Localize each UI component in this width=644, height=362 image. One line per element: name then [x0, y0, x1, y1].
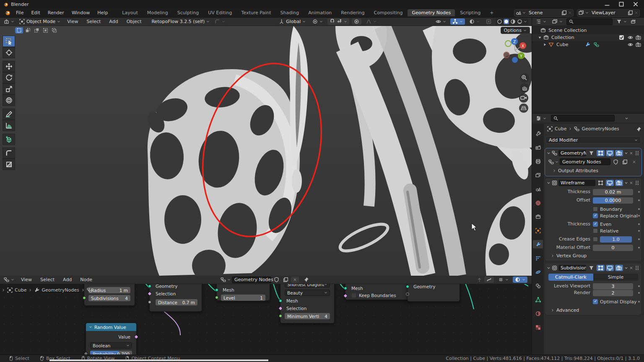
mesh-socket[interactable]: [344, 287, 347, 290]
outliner-filter-button[interactable]: [614, 18, 629, 25]
on-cage-toggle[interactable]: [587, 150, 595, 156]
object-visibility[interactable]: [434, 18, 448, 25]
geometry-socket[interactable]: [406, 285, 409, 288]
fake-user-toggle[interactable]: [612, 159, 620, 165]
properties-tab-physics[interactable]: [533, 268, 543, 276]
overlays-toggle[interactable]: [467, 18, 482, 25]
geometry-node-editor[interactable]: Radius1 m Subdivisions4 Geometry Selecti…: [0, 276, 532, 354]
active-tool-selector[interactable]: RetopoFlow 3.2.5 (self): [149, 18, 212, 25]
animate-dot[interactable]: [638, 223, 640, 225]
new-node-group-button[interactable]: [621, 159, 629, 165]
properties-tab-object[interactable]: [533, 226, 543, 235]
properties-tab-texture[interactable]: [533, 323, 543, 331]
render-toggle[interactable]: [615, 150, 623, 156]
hide-viewport-icon[interactable]: [628, 35, 633, 40]
menu-edit[interactable]: Edit: [27, 10, 44, 16]
tool-fallback-selector[interactable]: [213, 18, 227, 25]
collapse-icon[interactable]: [547, 265, 551, 271]
breadcrumb-object[interactable]: Cube: [555, 126, 566, 132]
breadcrumb-modifier[interactable]: GeometryNodes: [582, 126, 619, 132]
properties-tab-view-layer[interactable]: [533, 171, 543, 179]
outliner-row-cube[interactable]: Cube: [532, 41, 644, 48]
realtime-toggle[interactable]: [606, 150, 614, 156]
unlink-tree-button[interactable]: [291, 277, 299, 283]
new-tree-button[interactable]: [282, 277, 290, 283]
keep-boundaries-checkbox[interactable]: [351, 293, 356, 298]
node-menu-select[interactable]: Select: [36, 277, 58, 282]
tool-move[interactable]: [3, 61, 15, 72]
vertex-group-section[interactable]: Vertex Group: [551, 253, 587, 259]
geometry-nodes-badge-icon[interactable]: [594, 42, 599, 47]
animate-dot[interactable]: [638, 238, 640, 240]
editor-type-nodes[interactable]: [2, 277, 16, 283]
new-collection-button[interactable]: [631, 19, 636, 24]
node-random-value[interactable]: Random Value Value Boolean Probability0.…: [86, 323, 137, 354]
maximize-button[interactable]: [614, 1, 628, 8]
outliner-row-scene-collection[interactable]: Scene Collection: [532, 27, 644, 34]
new-scene-icon[interactable]: [561, 10, 567, 16]
viewport-menu-object[interactable]: Object: [123, 19, 145, 24]
node-snap-mode[interactable]: [496, 277, 511, 283]
remove-viewlayer-icon[interactable]: [634, 10, 638, 16]
boundary-checkbox[interactable]: [593, 207, 598, 212]
properties-tab-material[interactable]: [533, 309, 543, 318]
select-mode-set-button[interactable]: [15, 27, 23, 34]
new-workspace-button[interactable]: +: [486, 9, 498, 16]
gizmos-toggle[interactable]: [450, 18, 465, 25]
distance-field[interactable]: Distance0.7 m: [156, 299, 197, 305]
tab-sculpting[interactable]: Sculpting: [173, 9, 203, 16]
properties-tab-constraints[interactable]: [533, 282, 543, 290]
even-checkbox[interactable]: [593, 222, 598, 227]
shading-solid-button[interactable]: [504, 19, 509, 24]
select-mode-extend-button[interactable]: [24, 27, 32, 34]
proportional-editing[interactable]: [352, 18, 361, 25]
viewport-3d[interactable]: Object Mode View Select Add Object Retop…: [0, 18, 532, 276]
replace-original-checkbox[interactable]: [593, 213, 598, 218]
modifier-extras-icon[interactable]: [624, 265, 628, 271]
select-mode-subtract-button[interactable]: [33, 27, 41, 34]
node-overlays-toggle[interactable]: [513, 277, 527, 283]
render-toggle[interactable]: [615, 265, 623, 271]
properties-tab-particles[interactable]: [533, 254, 543, 262]
select-mode-invert-button[interactable]: [42, 27, 49, 34]
geometry-socket[interactable]: [148, 284, 151, 288]
xray-toggle[interactable]: [484, 18, 493, 25]
mesh-socket[interactable]: [215, 288, 218, 292]
edit-mode-toggle[interactable]: [597, 265, 605, 271]
tab-modeling[interactable]: Modeling: [143, 9, 172, 16]
properties-tab-tool[interactable]: [533, 129, 543, 138]
radius-field[interactable]: Radius1 m: [88, 287, 130, 293]
viewport-menu-add[interactable]: Add: [105, 19, 122, 24]
ngon-method-dropdown[interactable]: Beauty: [285, 290, 330, 296]
thickness-field[interactable]: 0.02 m: [593, 189, 633, 195]
node-menu-node[interactable]: Node: [76, 277, 96, 282]
modifier-badge-icon[interactable]: [585, 42, 590, 47]
subdivisions-field[interactable]: Subdivisions4: [88, 295, 130, 301]
probability-slider[interactable]: Probability0.700: [90, 351, 132, 354]
tool-rotate[interactable]: [3, 72, 15, 83]
render-toggle[interactable]: [615, 180, 623, 186]
minimum-vertices-field[interactable]: Minimum Verti4: [285, 313, 330, 319]
properties-options-icon[interactable]: [625, 116, 628, 121]
crease-weight-slider[interactable]: 1.0: [600, 236, 632, 243]
material-offset-field[interactable]: 0: [593, 245, 633, 251]
collapse-icon[interactable]: [547, 150, 551, 156]
disable-render-icon[interactable]: [636, 35, 641, 40]
node-group-name[interactable]: Geometry Nodes: [560, 158, 610, 165]
animate-dot[interactable]: [638, 301, 640, 303]
properties-tab-scene[interactable]: [533, 185, 543, 193]
levels-viewport-field[interactable]: 3: [593, 283, 633, 290]
simple-button[interactable]: Simple: [593, 274, 638, 281]
realtime-toggle[interactable]: [606, 265, 614, 271]
animate-dot[interactable]: [638, 292, 640, 294]
tab-geometry-nodes[interactable]: Geometry Nodes: [408, 9, 455, 16]
properties-search-input[interactable]: [551, 115, 615, 122]
level-field[interactable]: Level1: [221, 295, 265, 301]
options-button[interactable]: Options: [501, 27, 530, 34]
catmull-clark-button[interactable]: Catmull-Clark: [548, 274, 593, 281]
animate-dot[interactable]: [638, 199, 640, 201]
tree-name-field[interactable]: Geometry Nodes: [232, 277, 271, 283]
go-to-parent-icon[interactable]: [477, 277, 482, 282]
distance-socket[interactable]: [148, 300, 151, 304]
animate-dot[interactable]: [638, 230, 640, 232]
